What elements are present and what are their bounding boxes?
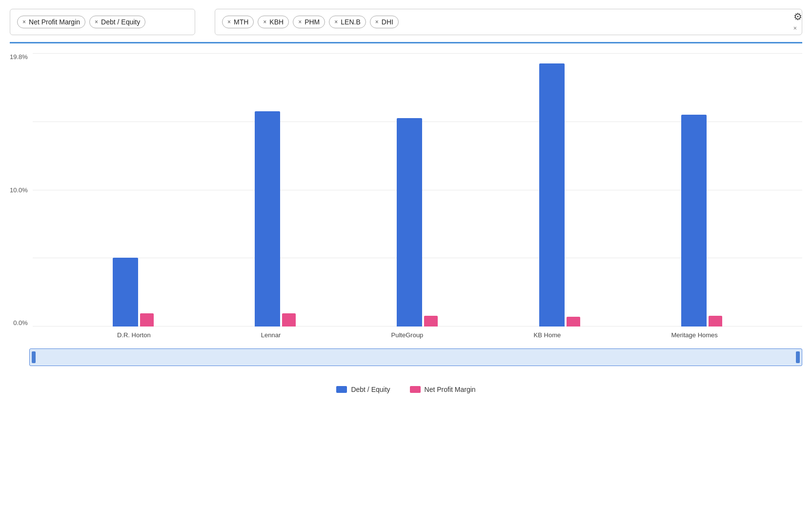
bars-container [33,53,802,327]
y-axis-label: 10.0% [10,186,28,194]
x-labels: D.R. HortonLennarPulteGroupKB HomeMerita… [33,327,802,339]
bar-net-profit [567,317,580,327]
x-axis-label: PulteGroup [391,331,424,339]
tag-label: PHM [304,18,320,26]
bar-group [255,111,296,327]
metrics-filter-box: ×Net Profit Margin×Debt / Equity [10,9,195,35]
ticker-tag-mth: ×MTH [222,16,254,28]
bar-debt-equity [681,115,707,327]
legend-item-blue: Debt / Equity [336,386,390,393]
bar-net-profit [282,313,296,327]
bar-group [539,63,580,327]
tickers-filter-box: ×MTH×KBH×PHM×LEN.B×DHI× [215,9,802,35]
metric-tag-debt-equity: ×Debt / Equity [89,16,145,28]
ticker-tag-dhi: ×DHI [370,16,399,28]
bar-debt-equity [539,63,565,327]
tag-remove-icon[interactable]: × [95,19,98,25]
tickers-close-icon[interactable]: × [793,24,797,32]
top-section: ×Net Profit Margin×Debt / Equity ×MTH×KB… [0,0,812,40]
bar-group [113,258,154,327]
chart-scrollbar[interactable] [29,348,802,366]
legend-item-pink: Net Profit Margin [410,386,476,393]
tag-remove-icon[interactable]: × [227,19,231,25]
chart-legend: Debt / EquityNet Profit Margin [0,386,812,393]
chart-area: 19.8%10.0%0.0% D.R. HortonLennarPulteGro… [10,53,802,339]
scrollbar-handle-right[interactable] [796,351,800,363]
bar-net-profit [140,313,154,327]
ticker-tag-lenb: ×LEN.B [329,16,365,28]
tag-remove-icon[interactable]: × [298,19,302,25]
x-axis-label: D.R. Horton [117,331,151,339]
bar-group [397,118,438,327]
legend-label: Net Profit Margin [425,386,476,393]
tag-remove-icon[interactable]: × [22,19,26,25]
x-axis-label: Meritage Homes [671,331,717,339]
legend-label: Debt / Equity [351,386,390,393]
bar-group [681,115,722,327]
bar-net-profit [424,316,438,327]
bar-net-profit [709,316,722,327]
y-axis-label: 19.8% [10,53,28,61]
x-axis-label: KB Home [534,331,561,339]
scrollbar-handle-left[interactable] [32,351,36,363]
tag-label: KBH [269,18,284,26]
bar-debt-equity [113,258,138,327]
ticker-tag-phm: ×PHM [293,16,325,28]
tag-remove-icon[interactable]: × [375,19,379,25]
ticker-tag-kbh: ×KBH [258,16,289,28]
tag-label: DHI [382,18,393,26]
bar-debt-equity [397,118,422,327]
divider-line [10,42,802,43]
bar-debt-equity [255,111,280,327]
y-axis-label: 0.0% [13,319,28,327]
tag-remove-icon[interactable]: × [334,19,338,25]
y-axis: 19.8%10.0%0.0% [10,53,33,327]
settings-icon[interactable]: ⚙ [793,11,802,22]
legend-swatch-blue [336,386,347,393]
tag-label: Debt / Equity [101,18,140,26]
x-axis-label: Lennar [261,331,281,339]
legend-swatch-pink [410,386,421,393]
metric-tag-net-profit-margin: ×Net Profit Margin [17,16,85,28]
chart-body [33,53,802,327]
tag-label: Net Profit Margin [29,18,80,26]
tag-label: MTH [234,18,248,26]
tag-label: LEN.B [341,18,360,26]
tag-remove-icon[interactable]: × [263,19,266,25]
